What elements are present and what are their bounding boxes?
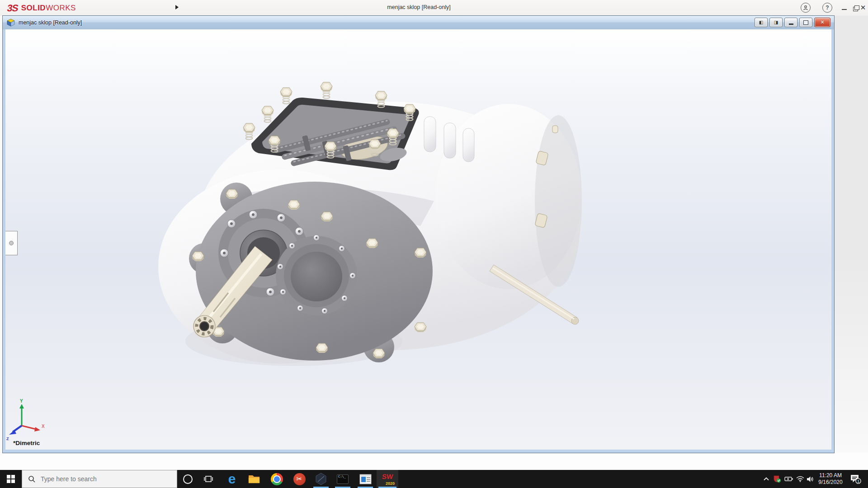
- windows-taskbar: e ✂ C:\_ SW 2020: [0, 470, 868, 488]
- doc-restore-button[interactable]: [799, 18, 812, 27]
- app-titlebar: 3S SOLID WORKS menjac sklop [Read-only] …: [0, 0, 868, 16]
- taskbar-solidworks-button[interactable]: SW 2020: [377, 470, 398, 488]
- tray-overflow-button[interactable]: [760, 470, 772, 488]
- triad-z-label: Z: [6, 436, 9, 441]
- pane-right-icon: ◨: [774, 20, 778, 25]
- document-titlebar[interactable]: menjac sklop [Read-only] ◧ ◨ ✕: [3, 16, 834, 29]
- solidworks-year-badge: 2020: [386, 481, 395, 486]
- taskbar-chrome-button[interactable]: [266, 470, 288, 488]
- action-center-button[interactable]: 1: [846, 470, 864, 488]
- edge-icon: e: [228, 472, 236, 486]
- assembly-cube-icon: [6, 19, 15, 27]
- start-button[interactable]: [0, 470, 22, 488]
- scissors-icon: ✂: [293, 473, 306, 485]
- show-right-pane-button[interactable]: ◨: [769, 18, 783, 27]
- tray-clock[interactable]: 11:20 AM 9/16/2020: [816, 470, 844, 488]
- doc-close-button[interactable]: ✕: [814, 18, 830, 27]
- document-title: menjac sklop [Read-only]: [19, 19, 82, 26]
- tree-tab-handle-icon: [9, 241, 14, 245]
- tray-solidworks-monitor[interactable]: [771, 470, 783, 488]
- taskbar-file-explorer-button[interactable]: [243, 470, 265, 488]
- doc-minimize-button[interactable]: [784, 18, 797, 27]
- tray-time: 11:20 AM: [819, 472, 842, 479]
- app-minimize-button[interactable]: [838, 2, 850, 14]
- minimize-icon: [789, 23, 793, 25]
- solidworks-app-icon: SW 2020: [380, 472, 395, 486]
- tray-power-button[interactable]: [783, 470, 795, 488]
- action-center-icon: 1: [849, 474, 861, 484]
- show-left-pane-button[interactable]: ◧: [755, 18, 768, 27]
- help-icon: ?: [822, 3, 832, 13]
- taskbar-snip-button[interactable]: ✂: [288, 470, 310, 488]
- taskbar-cmd-button[interactable]: C:\_: [332, 470, 354, 488]
- menu-expand-arrow-icon[interactable]: [175, 5, 179, 9]
- restore-icon: [803, 20, 808, 25]
- dassault-3s-icon: 3S: [6, 3, 19, 14]
- wifi-icon: [796, 476, 804, 482]
- document-window: menjac sklop [Read-only] ◧ ◨ ✕: [3, 16, 834, 453]
- chevron-up-icon: [763, 476, 769, 482]
- speaker-icon: [807, 476, 814, 483]
- task-pane-strip: [834, 16, 868, 453]
- command-prompt-icon: C:\_: [337, 474, 349, 484]
- taskbar-edge-button[interactable]: e: [221, 470, 243, 488]
- taskbar-search[interactable]: [22, 470, 177, 488]
- help-button[interactable]: ?: [821, 2, 834, 14]
- window-app-icon: [359, 474, 372, 484]
- user-icon: [801, 3, 811, 13]
- app-title: menjac sklop [Read-only]: [0, 0, 838, 16]
- pane-left-icon: ◧: [759, 20, 763, 25]
- file-explorer-icon: [248, 474, 260, 484]
- close-icon: ✕: [820, 19, 824, 25]
- gearbox-model[interactable]: Y X Z: [5, 29, 831, 450]
- taskbar-management-app-button[interactable]: [354, 470, 376, 488]
- chrome-icon: [271, 473, 283, 485]
- search-icon: [28, 475, 35, 483]
- cortana-icon: [183, 474, 193, 484]
- orientation-triad[interactable]: Y X Z: [6, 399, 45, 441]
- statusbar-area: [0, 453, 868, 470]
- hexagon-app-icon: [315, 473, 327, 485]
- search-input[interactable]: [40, 475, 155, 483]
- tray-wifi-button[interactable]: [794, 470, 806, 488]
- task-view-button[interactable]: [198, 470, 219, 488]
- tray-date: 9/16/2020: [818, 479, 842, 486]
- battery-icon: [784, 476, 793, 482]
- task-view-icon: [204, 474, 213, 483]
- sw-shield-check-icon: [773, 475, 781, 483]
- view-orientation-label: *Dimetric: [13, 440, 40, 446]
- app-close-button[interactable]: ✕: [858, 2, 868, 14]
- cortana-button[interactable]: [177, 470, 198, 488]
- triad-y-label: Y: [20, 399, 23, 404]
- tray-volume-button[interactable]: [805, 470, 816, 488]
- notification-count: 1: [857, 479, 859, 483]
- graphics-viewport[interactable]: Y X Z *Dimetric: [5, 29, 831, 450]
- solidworks-logo: 3S SOLID WORKS: [7, 3, 76, 14]
- feature-tree-collapsed-tab[interactable]: [5, 231, 18, 255]
- triad-x-label: X: [42, 424, 45, 429]
- taskbar-hexagon-app-button[interactable]: [310, 470, 332, 488]
- windows-logo-icon: [7, 475, 15, 483]
- account-button[interactable]: [799, 2, 812, 14]
